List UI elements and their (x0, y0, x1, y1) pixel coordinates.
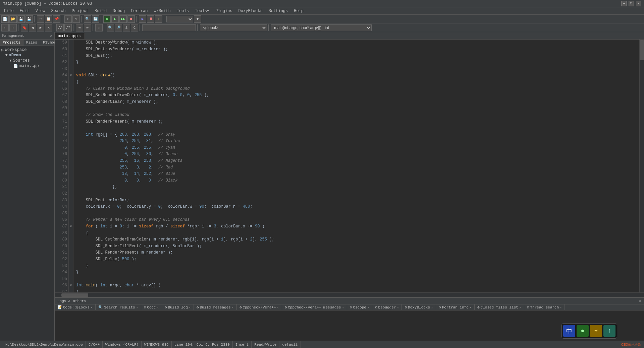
code-line-92[interactable]: SDL_Delay( 500 ); (76, 256, 637, 263)
widget-sun-btn[interactable]: ☀ (590, 325, 602, 337)
code-line-84[interactable]: colorBar.x = 0; colorBar.y = 0; colorBar… (76, 204, 637, 210)
find-button[interactable]: 🔍 (84, 15, 91, 23)
code-line-95[interactable] (76, 276, 637, 282)
scope-dropdown[interactable]: <global> (200, 24, 267, 31)
close-button[interactable]: ✕ (636, 1, 641, 6)
editor-tab-close[interactable]: ✕ (79, 34, 82, 39)
code-line-94[interactable]: } (76, 269, 637, 276)
menu-fortran[interactable]: Fortran (128, 8, 150, 14)
build-button[interactable]: ⚙ (103, 15, 111, 23)
copy-button[interactable]: 📋 (45, 15, 52, 23)
tree-xdemo[interactable]: ▼ xDemo (5, 53, 53, 58)
logs-tab-cppcheckmsgs-close[interactable]: ✕ (342, 305, 344, 309)
code-line-93[interactable]: } (76, 263, 637, 269)
cut-button[interactable]: ✂ (37, 15, 44, 23)
code-line-73[interactable]: int rgb[] = { 203, 203, 203, // Gray (76, 131, 637, 138)
code-line-61[interactable]: SDL_Quit(); (76, 53, 637, 59)
code-line-89[interactable]: SDL_SetRenderDrawColor( m_renderer, rgb[… (76, 236, 637, 243)
logs-tab-debugger-close[interactable]: ✕ (397, 305, 399, 309)
tb2-zoom-in[interactable]: 🔍 (107, 24, 114, 31)
logs-tab-cppcheck[interactable]: ⚙ CppCheck/Vera++ ✕ (237, 304, 282, 310)
tb2-more2[interactable]: ⇤ (84, 24, 91, 31)
logs-tab-cppcheck-close[interactable]: ✕ (277, 305, 279, 309)
minimize-button[interactable]: — (621, 1, 627, 6)
code-line-83[interactable]: SDL_Rect colorBar; (76, 197, 637, 204)
code-line-70[interactable]: // Show the window (76, 112, 637, 119)
logs-tab-search-close[interactable]: ✕ (136, 305, 138, 309)
menu-tools[interactable]: Tools (174, 8, 192, 14)
code-line-85[interactable] (76, 210, 637, 217)
logs-tab-cscope[interactable]: ⚙ Cscope ✕ (347, 304, 372, 310)
logs-tab-buildmsg-close[interactable]: ✕ (232, 305, 234, 309)
menu-debug[interactable]: Debug (110, 8, 127, 14)
build-config-dropdown[interactable]: Debug (166, 16, 193, 22)
logs-tab-buildlog-close[interactable]: ✕ (189, 305, 191, 309)
menu-tools-plus[interactable]: Tools+ (192, 8, 212, 14)
tb2-comment-button[interactable]: // (56, 24, 64, 31)
logs-tab-thread-search[interactable]: ⚙ Thread search ✕ (524, 304, 565, 310)
tb2-bookmark-button[interactable]: 🔖 (21, 24, 28, 31)
tb2-zoom-reset[interactable]: S (123, 24, 130, 31)
logs-tab-doxyblocks[interactable]: ⚙ DoxyBlocks ✕ (402, 304, 436, 310)
code-line-75[interactable]: 0, 255, 255, // Cyan (76, 145, 637, 151)
fold-64[interactable]: ▼ (69, 72, 73, 79)
function-search-input[interactable] (142, 24, 196, 31)
widget-arrow-btn[interactable]: ↑ (603, 325, 615, 337)
open-button[interactable]: 📂 (9, 15, 17, 23)
logs-close[interactable]: ✕ (639, 299, 641, 303)
code-line-97[interactable]: { (76, 289, 637, 292)
tb2-zoom-out[interactable]: 🔎 (115, 24, 122, 31)
code-line-80[interactable]: 0, 0, 0 // Black (76, 177, 637, 184)
logs-tab-codeblocks[interactable]: 📝 Code::Blocks ✕ (55, 304, 96, 310)
menu-view[interactable]: View (33, 8, 48, 14)
debug-stop-button[interactable]: ⏸ (147, 15, 154, 23)
code-line-76[interactable]: 0, 254, 30, // Green (76, 151, 637, 158)
debug-button[interactable]: ▶ (139, 15, 146, 23)
code-line-68[interactable]: SDL_RenderClear( m_renderer ); (76, 98, 637, 105)
code-line-78[interactable]: 253, 3, 2, // Red (76, 164, 637, 171)
tb2-back-button[interactable]: ← (1, 24, 9, 31)
logs-tab-fortran-close[interactable]: ✕ (470, 305, 472, 309)
code-line-87[interactable]: for ( int i = 0; i != sizeof rgb / sizeo… (76, 223, 637, 230)
editor-scrollbar[interactable] (639, 40, 644, 292)
code-line-63[interactable] (76, 66, 637, 72)
logs-tab-doxyblocks-close[interactable]: ✕ (431, 305, 433, 309)
code-line-82[interactable] (76, 191, 637, 197)
logs-tab-cccc[interactable]: ⚙ Cccc ✕ (141, 304, 162, 310)
run-button[interactable]: ▶ (111, 15, 119, 23)
save-all-button[interactable]: 💾 (25, 15, 33, 23)
toolbar-btn-extra[interactable]: ▼ (194, 15, 201, 23)
redo-button[interactable]: ↪ (72, 15, 80, 23)
save-button[interactable]: 💾 (17, 15, 25, 23)
code-line-74[interactable]: 254, 254, 31, // Yellow (76, 138, 637, 145)
logs-tab-codeblocks-close[interactable]: ✕ (91, 305, 93, 309)
code-content[interactable]: SDL_DestroyWindow( m_window ); SDL_Destr… (73, 40, 639, 292)
tab-files[interactable]: Files (23, 40, 40, 46)
code-line-86[interactable]: // Render a new color bar every 0.5 seco… (76, 217, 637, 223)
menu-help[interactable]: Help (291, 8, 306, 14)
tab-projects[interactable]: Projects (0, 40, 23, 46)
tree-main-cpp[interactable]: 📄 main.cpp (13, 63, 53, 69)
fold-87[interactable]: ▼ (69, 223, 73, 230)
logs-tab-threadsearch-close[interactable]: ✕ (560, 305, 562, 309)
logs-tab-closed-files[interactable]: ⚙ Closed files list ✕ (475, 304, 524, 310)
code-line-96[interactable]: int main( int argc, char * argv[] ) (76, 282, 637, 289)
code-line-79[interactable]: 18, 14, 252, // Blue (76, 171, 637, 178)
code-line-69[interactable] (76, 105, 637, 112)
logs-tab-search-results[interactable]: 🔍 Search results ✕ (96, 304, 141, 310)
undo-button[interactable]: ↩ (64, 15, 72, 23)
window-controls[interactable]: — □ ✕ (621, 1, 641, 6)
menu-settings[interactable]: Settings (266, 8, 291, 14)
widget-chinese-btn[interactable]: 中 (563, 325, 575, 337)
function-dropdown[interactable]: main(int argc, char* argv[]) : int (271, 24, 372, 31)
stop-button[interactable]: ■ (127, 15, 135, 23)
paste-button[interactable]: 📌 (53, 15, 60, 23)
logs-tab-build-messages[interactable]: ⚙ Build messages ✕ (194, 304, 237, 310)
tb2-select-btn[interactable]: ↕ (95, 24, 103, 31)
replace-button[interactable]: 🔄 (92, 15, 99, 23)
logs-content[interactable] (55, 310, 644, 341)
menu-plugins[interactable]: Plugins (213, 8, 235, 14)
tb2-uncomment-button[interactable]: /* (64, 24, 72, 31)
menu-file[interactable]: File (1, 8, 16, 14)
tb2-fwd-button[interactable]: → (9, 24, 17, 31)
